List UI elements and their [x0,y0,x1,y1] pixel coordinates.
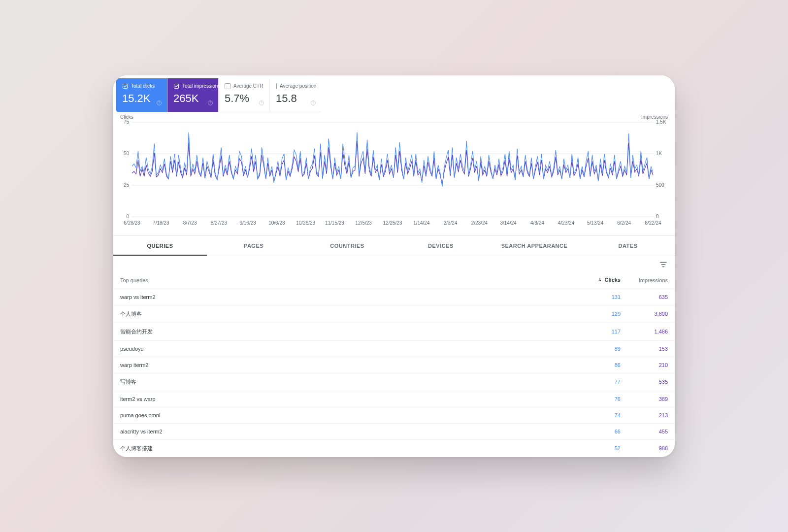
svg-point-9 [313,104,314,104]
left-axis-title: Clicks [120,114,133,120]
cell-impressions: 1,486 [627,323,675,340]
cell-query: 个人博客 [113,305,580,323]
cell-clicks: 117 [580,323,627,340]
svg-point-2 [159,104,160,104]
metric-impressions-label: Total impressions [182,83,220,89]
svg-text:5/13/24: 5/13/24 [587,220,604,226]
metric-ctr-value: 5.7% [225,92,263,105]
cell-clicks: 131 [580,289,627,305]
table-row[interactable]: alacritty vs iterm266455 [113,423,675,439]
cell-query: alacritty vs iterm2 [113,423,580,439]
y-ticks-left: 7550250 [124,119,130,219]
tab-queries[interactable]: QUERIES [113,236,207,256]
tab-dates[interactable]: DATES [581,236,675,256]
metric-position-value: 15.8 [276,92,315,105]
cell-clicks: 77 [580,373,627,391]
filter-bar [113,256,675,272]
cell-impressions: 3,800 [627,305,675,323]
checkbox-off-icon [225,83,230,89]
line-chart[interactable]: 7550250 1.5K1K5000 6/28/237/18/238/7/238… [118,115,670,229]
dashboard-inner: Total clicks 15.2K Total impressions 265… [113,75,675,457]
svg-point-7 [262,104,262,104]
svg-text:75: 75 [124,119,130,125]
table-row[interactable]: 个人博客1293,800 [113,305,675,323]
series-impressions [132,141,653,184]
tab-pages[interactable]: PAGES [207,236,300,256]
svg-text:6/2/24: 6/2/24 [617,220,631,226]
y-ticks-right: 1.5K1K5000 [656,119,666,219]
svg-text:8/27/23: 8/27/23 [211,220,228,226]
cell-clicks: 76 [580,391,627,407]
svg-text:25: 25 [124,182,130,188]
svg-text:2/23/24: 2/23/24 [471,220,488,226]
series-clicks [132,132,653,186]
metric-card-position[interactable]: Average position 15.8 [270,78,321,112]
cell-impressions: 213 [627,407,675,423]
queries-table: Top queries Clicks Impressions warp vs i… [113,272,675,457]
col-header-impressions[interactable]: Impressions [627,272,675,289]
tab-search-appearance[interactable]: SEARCH APPEARANCE [488,236,581,256]
svg-text:10/6/23: 10/6/23 [268,220,285,226]
checkbox-on-icon [173,83,179,89]
svg-text:12/25/23: 12/25/23 [383,220,402,226]
col-header-clicks-label: Clicks [605,277,621,283]
svg-text:10/26/23: 10/26/23 [296,220,315,226]
metric-card-ctr[interactable]: Average CTR 5.7% [219,78,270,112]
table-row[interactable]: warp vs iterm2131635 [113,289,675,305]
metric-cards-row: Total clicks 15.2K Total impressions 265… [113,75,675,113]
cell-clicks: 52 [580,439,627,457]
table-row[interactable]: pseudoyu89153 [113,340,675,357]
help-icon[interactable] [156,99,162,108]
svg-text:0: 0 [126,214,129,219]
svg-text:7/18/23: 7/18/23 [153,220,169,226]
chart-gridlines [132,122,653,217]
analytics-dashboard: Total clicks 15.2K Total impressions 265… [113,75,675,457]
cell-impressions: 210 [627,357,675,373]
svg-text:1.5K: 1.5K [656,119,666,125]
table-row[interactable]: warp iterm286210 [113,357,675,373]
cell-impressions: 153 [627,340,675,357]
svg-text:8/7/23: 8/7/23 [183,220,197,226]
checkbox-on-icon [122,83,128,89]
metric-clicks-value: 15.2K [122,92,161,105]
tab-countries[interactable]: COUNTRIES [300,236,394,256]
cell-clicks: 86 [580,357,627,373]
metric-clicks-label: Total clicks [131,83,155,89]
table-row[interactable]: puma goes omni74213 [113,407,675,423]
col-header-query[interactable]: Top queries [113,272,580,289]
svg-text:3/14/24: 3/14/24 [500,220,517,226]
cell-clicks: 66 [580,423,627,439]
cell-query: pseudoyu [113,340,580,357]
table-row[interactable]: 写博客77535 [113,373,675,391]
table-row[interactable]: iterm2 vs warp76389 [113,391,675,407]
metric-card-impressions[interactable]: Total impressions 265K [167,78,219,112]
svg-point-5 [210,104,211,104]
cell-query: 个人博客搭建 [113,439,580,457]
svg-text:1K: 1K [656,151,662,156]
help-icon[interactable] [207,99,213,108]
help-icon[interactable] [259,99,264,108]
help-icon[interactable] [310,99,316,108]
chart-container: Clicks Impressions 7550250 1.5K1K5000 6/… [113,113,675,232]
cell-impressions: 455 [627,423,675,439]
metric-ctr-label: Average CTR [233,83,263,89]
metric-impressions-value: 265K [173,92,212,105]
table-row[interactable]: 智能合约开发1171,486 [113,323,675,340]
filter-icon[interactable] [659,260,668,271]
svg-text:1/14/24: 1/14/24 [413,220,430,226]
table-row[interactable]: 个人博客搭建52988 [113,439,675,457]
col-header-clicks[interactable]: Clicks [580,272,627,289]
cell-clicks: 74 [580,407,627,423]
metric-position-label: Average position [280,83,316,89]
tab-devices[interactable]: DEVICES [394,236,488,256]
svg-text:0: 0 [656,214,659,219]
queries-table-body: warp vs iterm2131635个人博客1293,800智能合约开发11… [113,289,675,457]
x-ticks: 6/28/237/18/238/7/238/27/239/16/2310/6/2… [124,220,661,226]
svg-text:2/3/24: 2/3/24 [444,220,458,226]
cell-impressions: 635 [627,289,675,305]
svg-text:4/23/24: 4/23/24 [558,220,575,226]
cell-query: 写博客 [113,373,580,391]
cell-query: warp vs iterm2 [113,289,580,305]
metric-card-clicks[interactable]: Total clicks 15.2K [116,78,167,112]
svg-text:50: 50 [124,151,130,156]
